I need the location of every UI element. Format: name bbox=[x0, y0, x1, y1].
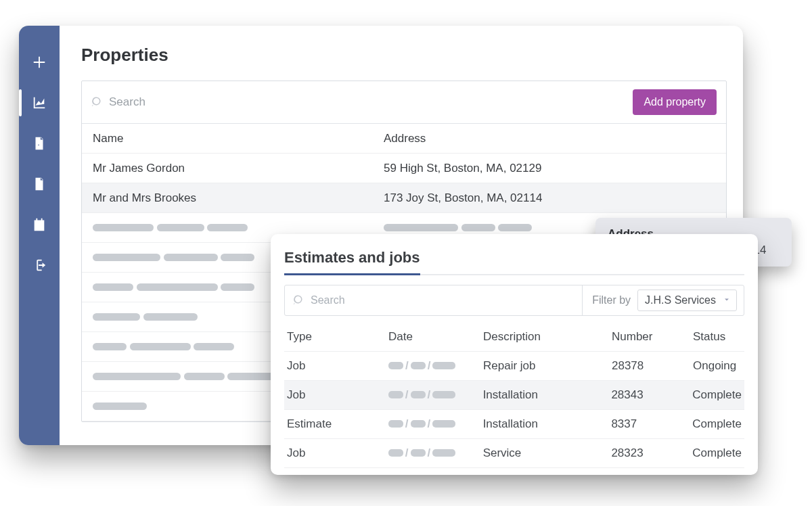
page-title: Properties bbox=[81, 45, 727, 66]
cell-name: Mr James Gordon bbox=[93, 162, 384, 175]
estimates-panel: Estimates and jobs Filter by J.H.S Servi… bbox=[271, 234, 758, 475]
file-icon bbox=[32, 177, 47, 191]
sidebar-logout[interactable] bbox=[19, 245, 60, 285]
plus-icon bbox=[32, 55, 47, 70]
search-icon bbox=[293, 294, 305, 306]
sidebar-documents[interactable] bbox=[19, 164, 60, 204]
table-row[interactable]: Job // Repair job 28378 Ongoing bbox=[284, 352, 744, 381]
estimates-title: Estimates and jobs bbox=[284, 249, 420, 275]
cell-number: 28323 bbox=[611, 446, 692, 460]
cell-desc: Service bbox=[483, 446, 612, 460]
cell-status: Complete bbox=[692, 388, 742, 402]
estimates-search-input[interactable] bbox=[311, 294, 574, 306]
table-row[interactable]: Mr James Gordon 59 High St, Boston, MA, … bbox=[82, 154, 726, 183]
cell-status: Complete bbox=[692, 417, 742, 431]
cell-date: // bbox=[388, 388, 483, 402]
search-icon bbox=[91, 96, 104, 108]
cell-type: Job bbox=[287, 388, 388, 402]
cell-number: 28378 bbox=[612, 359, 693, 373]
estimates-header-row: Type Date Description Number Status bbox=[284, 323, 744, 352]
add-property-button[interactable]: Add property bbox=[633, 89, 717, 115]
cell-number: 8337 bbox=[611, 417, 692, 431]
chevron-down-icon bbox=[723, 294, 731, 306]
sidebar-calendar[interactable] bbox=[19, 204, 60, 245]
col-type: Type bbox=[287, 330, 388, 344]
cell-name: Mr and Mrs Brookes bbox=[93, 191, 384, 205]
table-row[interactable]: Mr and Mrs Brookes 173 Joy St, Boston, M… bbox=[82, 183, 726, 213]
sidebar-dashboard[interactable] bbox=[19, 83, 60, 123]
table-row[interactable]: Estimate // Installation 8337 Complete bbox=[284, 410, 744, 439]
cell-desc: Installation bbox=[483, 388, 612, 402]
properties-header-row: Name Address bbox=[82, 124, 726, 154]
cell-type: Job bbox=[287, 359, 388, 373]
cell-status: Complete bbox=[692, 446, 742, 460]
col-name: Name bbox=[93, 132, 384, 145]
filter-value: J.H.S Services bbox=[645, 294, 716, 306]
cell-type: Job bbox=[287, 446, 388, 460]
cell-type: Estimate bbox=[287, 417, 388, 431]
cell-address: 59 High St, Boston, MA, 02129 bbox=[384, 162, 715, 175]
invoice-icon bbox=[32, 136, 47, 151]
sidebar-add[interactable] bbox=[19, 42, 60, 83]
cell-desc: Installation bbox=[483, 417, 612, 431]
col-desc: Description bbox=[483, 330, 612, 344]
properties-search-input[interactable] bbox=[109, 95, 633, 109]
calendar-icon bbox=[32, 217, 47, 232]
chart-icon bbox=[32, 95, 47, 110]
filter-select[interactable]: J.H.S Services bbox=[637, 290, 737, 311]
cell-number: 28343 bbox=[611, 388, 692, 402]
cell-desc: Repair job bbox=[483, 359, 612, 373]
cell-date: // bbox=[388, 359, 483, 373]
col-number: Number bbox=[612, 330, 693, 344]
cell-date: // bbox=[388, 417, 483, 431]
estimates-table: Type Date Description Number Status Job … bbox=[284, 323, 744, 468]
properties-toolbar: Add property bbox=[82, 81, 726, 124]
cell-status: Ongoing bbox=[693, 359, 742, 373]
col-address: Address bbox=[384, 132, 715, 145]
logout-icon bbox=[32, 258, 47, 273]
table-row[interactable]: Job // Installation 28343 Complete bbox=[284, 381, 744, 410]
filter-label: Filter by bbox=[592, 294, 631, 306]
col-date: Date bbox=[388, 330, 483, 344]
estimates-toolbar: Filter by J.H.S Services bbox=[284, 285, 744, 316]
sidebar-invoices[interactable] bbox=[19, 123, 60, 164]
table-row[interactable]: Job // Service 28323 Complete bbox=[284, 439, 744, 468]
cell-date: // bbox=[388, 446, 483, 460]
cell-address: 173 Joy St, Boston, MA, 02114 bbox=[384, 191, 715, 205]
sidebar bbox=[19, 26, 60, 445]
col-status: Status bbox=[693, 330, 742, 344]
